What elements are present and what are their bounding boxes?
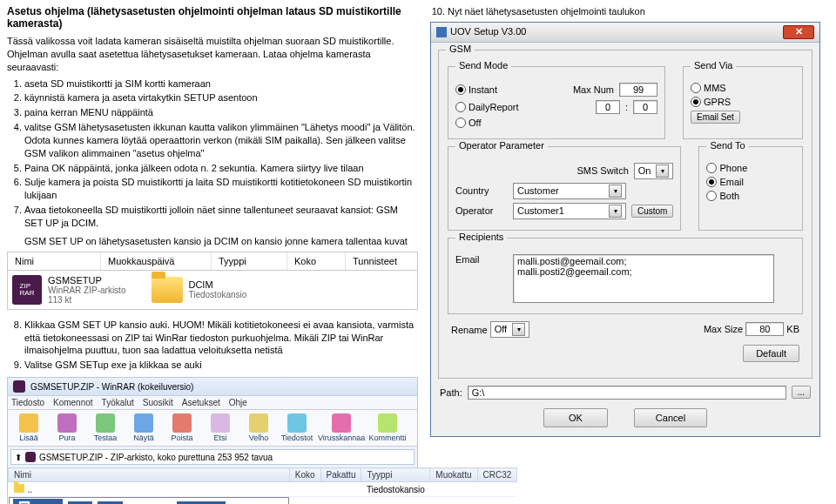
radio-email[interactable]: Email (706, 177, 744, 187)
file-dcim[interactable]: DCIM Tiedostokansio (152, 274, 246, 306)
cancel-button[interactable]: Cancel (634, 408, 707, 427)
file-list-header: Nimi Muokkauspäivä Tyyppi Koko Tunnistee… (7, 252, 418, 270)
file-gsmsetup[interactable]: ZIPRAR GSMSETUP WinRAR ZIP-arkisto 113 k… (11, 274, 125, 306)
col-size: Koko (287, 252, 346, 270)
email-label: Email (455, 254, 508, 265)
winrar-address[interactable]: ⬆ GSMSETUP.ZIP - ZIP-arkisto, koko puret… (10, 449, 415, 465)
tb-extract[interactable]: Pura (50, 413, 84, 442)
tb-add[interactable]: Lisää (11, 413, 46, 442)
default-button[interactable]: Default (743, 345, 799, 362)
path-input[interactable]: G:\ (468, 386, 786, 400)
menu-item[interactable]: Työkalut (102, 398, 134, 407)
step: käynnistä kamera ja aseta virtakytkin SE… (24, 91, 418, 104)
sendmode-group: Send Mode Instant Max Num 99 DailyReport… (448, 66, 665, 139)
sms-select[interactable]: On▾ (634, 163, 674, 179)
file-name: DCIM (188, 279, 212, 290)
menu-item[interactable]: Komennot (53, 398, 93, 407)
folder-icon (14, 484, 24, 493)
menu-item[interactable]: Asetukset (182, 398, 220, 407)
col-type: Tyyppi (212, 252, 287, 270)
tb-info[interactable]: Tiedostot (280, 413, 314, 442)
step: Avaa tietokoneella SD muistikortti jollo… (24, 204, 418, 230)
custom-button[interactable]: Custom (631, 205, 673, 218)
recipients-label: Recipients (455, 232, 507, 242)
recipients-group: Recipients Email malli.posti@geemail.com… (448, 238, 803, 314)
country-label: Country (455, 185, 508, 196)
col-tags: Tunnisteet (346, 252, 417, 270)
sms-label: SMS Switch (576, 165, 628, 176)
tb-scan[interactable]: Virusskannaa (318, 413, 365, 442)
steps-list-3: Nyt näet lähetysasetusten ohjelmointi ta… (448, 5, 822, 18)
rename-label: Rename (451, 324, 488, 334)
op-label: Operator Parameter (455, 140, 548, 151)
up-icon[interactable]: ⬆ (15, 453, 22, 462)
country-select[interactable]: Customer▾ (513, 183, 626, 199)
step: Klikkaa GSM SET UP kansio auki. HUOM! Mi… (24, 319, 418, 358)
daily-m[interactable]: 0 (633, 100, 657, 114)
radio-gprs[interactable]: GPRS (691, 97, 731, 107)
rename-select[interactable]: Off▾ (490, 321, 529, 338)
tb-comment[interactable]: Kommentti (368, 413, 406, 442)
daily-h[interactable]: 0 (596, 100, 620, 114)
file-list-body: ZIPRAR GSMSETUP WinRAR ZIP-arkisto 113 k… (7, 270, 418, 310)
radio-mms[interactable]: MMS (691, 83, 726, 93)
dcim-note: GSM SET UP on lähetysasetusten kansio ja… (24, 235, 418, 248)
radio-both[interactable]: Both (706, 191, 739, 201)
operator-label: Operator (455, 205, 508, 216)
winrar-menubar: Tiedosto Komennot Työkalut Suosikit Aset… (8, 395, 417, 410)
operator-select[interactable]: Customer1▾ (513, 203, 626, 219)
exe-icon (18, 501, 30, 504)
steps-list-1: aseta SD muistikortti ja SIM kortti kame… (24, 77, 418, 230)
folder-icon (152, 274, 183, 306)
step: Nyt näet lähetysasetusten ohjelmointi ta… (448, 5, 822, 18)
tb-view[interactable]: Näytä (126, 413, 161, 442)
app-icon (436, 27, 447, 37)
winrar-icon (13, 380, 25, 393)
section-title: Asetus ohjelma (lähetysasetusten ohjelmo… (7, 5, 418, 30)
sendmode-label: Send Mode (455, 60, 511, 71)
browse-button[interactable]: ... (792, 386, 811, 399)
winrar-window: GSMSETUP.ZIP - WinRAR (kokeiluversio) Ti… (7, 377, 418, 504)
file-size: 113 kt (48, 295, 125, 305)
steps-list-2: Klikkaa GSM SET UP kansio auki. HUOM! Mi… (24, 319, 418, 372)
radio-phone[interactable]: Phone (706, 163, 747, 173)
menu-item[interactable]: Suosikit (143, 398, 173, 407)
radio-instant[interactable]: Instant (455, 84, 497, 95)
emailset-button[interactable]: Email Set (691, 111, 740, 124)
gsm-label: GSM (446, 44, 475, 54)
tb-delete[interactable]: Poista (165, 413, 199, 442)
tb-find[interactable]: Etsi (203, 413, 238, 442)
menu-item[interactable]: Tiedosto (11, 398, 44, 407)
maxsize-input[interactable]: 80 (745, 322, 784, 336)
menu-item[interactable]: Ohje (229, 398, 247, 407)
gsm-group: GSM Send Mode Instant Max Num 99 DailyRe… (438, 50, 812, 379)
maxnum-input[interactable]: 99 (619, 83, 657, 97)
file-type: WinRAR ZIP-arkisto (48, 286, 125, 295)
file-type: Tiedostokansio (188, 290, 246, 299)
step: valitse GSM lähetysasetusten ikkunan kau… (24, 121, 418, 160)
winrar-title: GSMSETUP.ZIP - WinRAR (kokeiluversio) (30, 382, 193, 392)
winrar-titlebar: GSMSETUP.ZIP - WinRAR (kokeiluversio) (8, 378, 417, 395)
radio-dailyreport[interactable]: DailyReport (455, 102, 518, 112)
tb-test[interactable]: Testaa (88, 413, 123, 442)
close-button[interactable]: ✕ (783, 25, 814, 39)
ok-button[interactable]: OK (543, 408, 608, 427)
tb-wizard[interactable]: Velho (241, 413, 276, 442)
sendto-label: Send To (706, 140, 748, 151)
email-textarea[interactable]: malli.posti@geemail.com; malli.posti2@ge… (513, 254, 774, 303)
radio-off[interactable]: Off (455, 118, 481, 128)
step: Valitse GSM SETup exe ja klikkaa se auki (24, 359, 418, 372)
step: paina kerran MENU näppäintä (24, 106, 418, 119)
maxnum-label: Max Num (573, 84, 614, 95)
uov-setup-dialog: UOV Setup V3.00 ✕ GSM Send Mode Instant … (430, 22, 820, 437)
archive-icon (25, 452, 36, 462)
path-label: Path: (440, 387, 462, 398)
winrar-toolbar: Lisää Pura Testaa Näytä Poista Etsi Velh… (8, 410, 417, 447)
table-row-exe[interactable]: GSM Setup.exe 253 952 116 410 Sovellus 2… (9, 497, 290, 504)
sendto-group: Send To Phone Email Both (698, 146, 803, 231)
sendvia-group: Send Via MMS GPRS Email Set (683, 66, 803, 139)
step: aseta SD muistikortti ja SIM kortti kame… (24, 77, 418, 91)
intro-text: Tässä valikossa voit ladata kameran sisä… (7, 35, 418, 74)
col-modified: Muokkauspäivä (101, 252, 212, 270)
col-name: Nimi (8, 252, 101, 270)
